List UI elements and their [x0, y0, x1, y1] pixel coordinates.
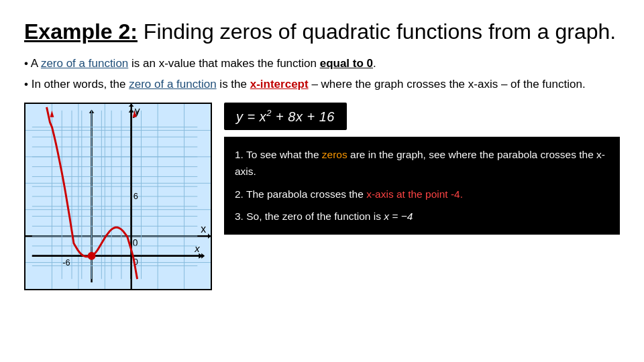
- zero-of-function-link-2: zero of a function: [129, 78, 216, 90]
- svg-text:0: 0: [133, 238, 138, 248]
- step1-zeros: zeros: [322, 149, 347, 160]
- step2-xaxis: x-axis at the point -4.: [366, 188, 463, 200]
- x-intercept-link: x-intercept: [250, 78, 309, 90]
- step-1: 1. To see what the zeros are in the grap…: [235, 146, 609, 180]
- bullet-2: • In other words, the zero of a function…: [24, 76, 620, 93]
- steps-box: 1. To see what the zeros are in the grap…: [224, 137, 620, 235]
- svg-marker-57: [50, 111, 54, 117]
- equal-to-zero: equal to 0: [320, 57, 373, 70]
- graph-svg: x y 0: [25, 104, 211, 289]
- content-area: x y 0: [24, 103, 620, 290]
- title-rest: Finding zeros of quadratic functions fro…: [138, 19, 616, 44]
- svg-marker-14: [208, 233, 211, 239]
- bullets-section: • A zero of a function is an x-value tha…: [24, 55, 620, 93]
- svg-text:6: 6: [133, 191, 138, 201]
- svg-point-56: [88, 252, 96, 260]
- formula-text: y = x2 + 8x + 16: [236, 109, 335, 124]
- title-example: Example 2:: [24, 19, 138, 44]
- svg-marker-15: [129, 104, 134, 107]
- svg-text:-6: -6: [62, 258, 70, 268]
- page-title: Example 2: Finding zeros of quadratic fu…: [24, 19, 620, 44]
- step-3: 3. So, the zero of the function is x = −…: [235, 208, 609, 225]
- formula-box: y = x2 + 8x + 16: [224, 103, 347, 130]
- step3-eq: x = −4: [384, 210, 413, 222]
- svg-text:x: x: [201, 223, 206, 235]
- step-2: 2. The parabola crosses the x-axis at th…: [235, 186, 609, 203]
- bullet-1: • A zero of a function is an x-value tha…: [24, 55, 620, 72]
- graph-container: x y 0: [24, 103, 212, 290]
- svg-text:x: x: [194, 243, 200, 254]
- right-panel: y = x2 + 8x + 16 1. To see what the zero…: [224, 103, 620, 235]
- zero-of-function-link-1: zero of a function: [41, 57, 128, 70]
